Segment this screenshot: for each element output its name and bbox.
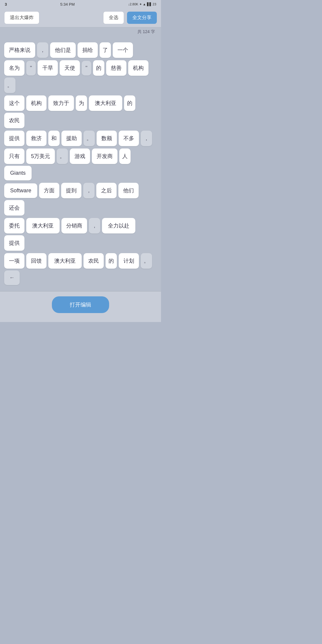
toolbar-right: 全选 全文分享 [103, 11, 157, 24]
word-row-8: 一项 回馈 澳大利亚 农民 的 计划 。 ← [4, 253, 157, 285]
chip-的-1[interactable]: 的 [93, 60, 104, 76]
chip-open-quote[interactable]: " [26, 61, 36, 75]
chip-提供-1[interactable]: 提供 [4, 131, 24, 146]
chip-为[interactable]: 为 [76, 95, 87, 111]
chip-澳大利亚-3[interactable]: 澳大利亚 [48, 253, 82, 269]
word-row-7: 委托 澳大利亚 分销商 ， 全力以赴 提供 [4, 218, 157, 251]
chip-period-3[interactable]: 。 [57, 148, 68, 164]
chip-Software[interactable]: Software [4, 183, 37, 198]
chip-干旱[interactable]: 干旱 [38, 60, 58, 76]
chip-只有[interactable]: 只有 [4, 148, 24, 164]
chip-period-2[interactable]: 。 [83, 131, 95, 146]
chip-close-quote[interactable]: " [82, 61, 91, 75]
status-bar: 3 5:34 PM ↓2.80K ✦ ▲ ▋▋ 23 [0, 0, 161, 8]
chip-comma-2[interactable]: ， [141, 131, 152, 146]
chip-还会[interactable]: 还会 [4, 200, 24, 216]
chip-的-2[interactable]: 的 [124, 95, 135, 111]
chip-计划[interactable]: 计划 [119, 253, 139, 269]
chip-和[interactable]: 和 [48, 131, 60, 146]
chip-严格来说[interactable]: 严格来说 [4, 42, 35, 58]
chip-回馈[interactable]: 回馈 [26, 253, 47, 269]
chip-一项[interactable]: 一项 [4, 253, 24, 269]
status-left: 3 [5, 2, 7, 7]
chip-不多[interactable]: 不多 [119, 131, 139, 146]
word-row-1: 严格来说 ， 他们是 捐给 了 一个 [4, 42, 157, 58]
chip-数额[interactable]: 数额 [97, 131, 117, 146]
toolbar: 退出大爆炸 全选 全文分享 [0, 8, 161, 27]
chip-他们[interactable]: 他们 [118, 183, 139, 198]
chip-全力以赴[interactable]: 全力以赴 [102, 218, 135, 233]
chip-委托[interactable]: 委托 [4, 218, 24, 233]
chip-游戏[interactable]: 游戏 [70, 148, 90, 164]
main-content: 严格来说 ， 他们是 捐给 了 一个 名为 " 干旱 天使 " 的 慈善 机构 … [0, 36, 161, 291]
chip-的-3[interactable]: 的 [106, 253, 117, 269]
word-row-4: 提供 救济 和 援助 。 数额 不多 ， [4, 131, 157, 146]
open-editor-button[interactable]: 打开编辑 [52, 296, 109, 313]
chip-了[interactable]: 了 [100, 42, 111, 58]
chip-机构-1[interactable]: 机构 [128, 60, 148, 76]
status-right: ↓2.80K ✦ ▲ ▋▋ 23 [128, 2, 156, 6]
signal-text: ↓2.80K ✦ ▲ ▋▋ 23 [128, 2, 156, 6]
share-button[interactable]: 全文分享 [127, 12, 157, 24]
word-row-5: 只有 5万美元 。 游戏 开发商 人 Giants [4, 148, 157, 180]
chip-提到[interactable]: 提到 [61, 183, 81, 198]
chip-提供-2[interactable]: 提供 [4, 235, 24, 251]
word-count: 共 124 字 [137, 29, 155, 34]
chip-period-1[interactable]: 。 [4, 78, 16, 93]
chip-period-4[interactable]: 。 [141, 253, 152, 269]
chip-捐给[interactable]: 捐给 [78, 42, 98, 58]
chip-Giants[interactable]: Giants [4, 166, 32, 180]
chip-澳大利亚-1[interactable]: 澳大利亚 [89, 95, 122, 111]
chip-农民-1[interactable]: 农民 [4, 113, 24, 128]
chip-comma-4[interactable]: ， [89, 218, 100, 233]
status-time: 5:34 PM [60, 2, 75, 7]
exit-button[interactable]: 退出大爆炸 [4, 11, 39, 24]
chip-援助[interactable]: 援助 [61, 131, 82, 146]
word-row-6: Software 方面 提到 ， 之后 他们 还会 [4, 183, 157, 216]
chip-天使[interactable]: 天使 [60, 60, 80, 76]
chip-澳大利亚-2[interactable]: 澳大利亚 [26, 218, 60, 233]
chip-backspace[interactable]: ← [4, 270, 20, 285]
chip-comma-3[interactable]: ， [83, 183, 95, 198]
word-row-2: 名为 " 干旱 天使 " 的 慈善 机构 。 [4, 60, 157, 93]
chip-一个[interactable]: 一个 [113, 42, 133, 58]
chip-5万美元[interactable]: 5万美元 [26, 148, 55, 164]
bottom-bar: 打开编辑 [0, 291, 161, 322]
word-row-3: 这个 机构 致力于 为 澳大利亚 的 农民 [4, 95, 157, 128]
chip-慈善[interactable]: 慈善 [106, 60, 126, 76]
chip-分销商[interactable]: 分销商 [61, 218, 87, 233]
chip-之后[interactable]: 之后 [96, 183, 117, 198]
select-all-button[interactable]: 全选 [103, 11, 124, 24]
chip-这个[interactable]: 这个 [4, 95, 24, 111]
chip-致力于[interactable]: 致力于 [48, 95, 74, 111]
chip-方面[interactable]: 方面 [39, 183, 59, 198]
word-count-bar: 共 124 字 [0, 27, 161, 36]
chip-农民-2[interactable]: 农民 [83, 253, 104, 269]
chip-他们是[interactable]: 他们是 [50, 42, 76, 58]
chip-开发商[interactable]: 开发商 [92, 148, 117, 164]
chip-名为[interactable]: 名为 [4, 60, 24, 76]
chip-机构-2[interactable]: 机构 [26, 95, 47, 111]
chip-人[interactable]: 人 [119, 148, 131, 164]
chip-comma-1[interactable]: ， [37, 42, 48, 58]
chip-救济[interactable]: 救济 [26, 131, 47, 146]
